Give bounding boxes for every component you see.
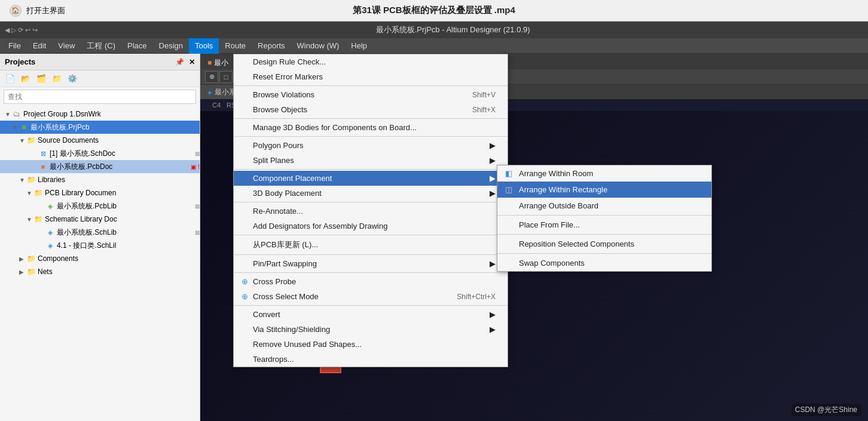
tree-item-pcb-lib[interactable]: ◈ 最小系统板.PcbLib ⊠ [0, 199, 200, 213]
tree-item-pcb-lib-folder[interactable]: ▼ 📁 PCB Library Documen [0, 186, 200, 199]
tree-label-pcb-lib: 最小系统板.PcbLib [57, 201, 192, 211]
submenu-arrange-room[interactable]: ◧ Arrange Within Room [497, 165, 711, 182]
tree-arrow-proj-pcb: ▼ [12, 124, 19, 131]
menu-cross-select[interactable]: ⊕ Cross Select Mode Shift+Ctrl+X [234, 289, 508, 304]
pcb-doc-tab[interactable]: ■ 最小 [200, 56, 236, 69]
tree-arrow-source-docs: ▼ [19, 137, 26, 144]
menu-reset-error[interactable]: Reset Error Markers [234, 69, 508, 84]
menu-add-designators[interactable]: Add Designators for Assembly Drawing [234, 219, 508, 233]
tree-arrow-libraries: ▼ [19, 177, 26, 183]
sep-9 [234, 305, 508, 306]
menu-place[interactable]: Place [121, 38, 153, 54]
pcb-tab-icon: ■ [207, 59, 212, 67]
tree-arrow-nets: ▶ [19, 269, 26, 275]
submenu-reposition-selected[interactable]: Reposition Selected Components [497, 236, 711, 252]
menu-convert[interactable]: Convert ▶ [234, 307, 508, 322]
menu-edit[interactable]: Edit [27, 38, 52, 54]
tree-item-proj-group[interactable]: ▼ 🗂 Project Group 1.DsnWrk [0, 107, 200, 121]
cross-probe-icon: ⊕ [239, 276, 250, 288]
swap-components-label: Swap Components [519, 259, 585, 268]
folder-nets-icon: 📁 [26, 267, 36, 276]
menu-reports[interactable]: Reports [252, 38, 291, 54]
sch-lib-icon: ◈ [45, 228, 55, 237]
reset-error-label: Reset Error Markers [253, 72, 323, 81]
menu-engineering[interactable]: 工程 (C) [81, 38, 121, 54]
main-content: Projects 📌 ✕ 📄 📂 🗂️ 📁 ⚙️ ▼ 🗂 Project Gro… [0, 54, 868, 421]
tree-item-libraries[interactable]: ▼ 📁 Libraries [0, 173, 200, 186]
sep-3 [234, 136, 508, 137]
tree-label-sch-lib2: 4.1 - 接口类.SchLil [57, 241, 200, 251]
tree-item-sch-lib[interactable]: ◈ 最小系统板.SchLib ⊠ [0, 226, 200, 239]
tree-item-pcb-doc[interactable]: ■ 最小系统板.PcbDoc ▣ ! [0, 160, 200, 173]
tree-item-proj-pcb[interactable]: ▼ ■ 最小系统板.PrjPcb [0, 121, 200, 134]
schlib-tab-icon: ◈ [207, 89, 212, 96]
folder-components-icon: 📁 [26, 254, 36, 263]
cross-select-icon: ⊕ [239, 291, 250, 303]
tree-item-sch-doc[interactable]: ⊠ [1] 最小系统.SchDoc ⊠ [0, 147, 200, 160]
menu-route[interactable]: Route [219, 38, 252, 54]
menu-browse-objects[interactable]: Browse Objects Shift+X [234, 102, 508, 117]
pin-icon[interactable]: 📌 [175, 58, 184, 66]
sep-6 [234, 235, 508, 235]
menu-component-placement[interactable]: Component Placement ▶ ◧ Arrange Within R… [234, 171, 508, 186]
submenu-place-from-file[interactable]: Place From File... [497, 217, 711, 233]
submenu-swap-components[interactable]: Swap Components [497, 255, 711, 271]
menu-cross-probe[interactable]: ⊕ Cross Probe [234, 274, 508, 289]
add-folder-icon[interactable]: 📁 [50, 72, 63, 85]
menu-teardrops[interactable]: Teardrops... [234, 352, 508, 367]
sep-1 [234, 85, 508, 86]
menu-split-planes[interactable]: Split Planes ▶ [234, 153, 508, 168]
menu-bar: File Edit View 工程 (C) Place Design Tools… [0, 38, 868, 54]
tree-item-sch-lib-folder[interactable]: ▼ 📁 Schematic Library Doc [0, 213, 200, 226]
menu-view[interactable]: View [52, 38, 81, 54]
sch-doc-icon: ⊠ [38, 149, 48, 158]
home-icon[interactable]: 🏠 [10, 5, 22, 17]
video-title: 第31课 PCB板框的评估及叠层设置 .mp4 [353, 5, 515, 16]
projects-title: Projects [5, 57, 35, 66]
cross-probe-label: Cross Probe [253, 277, 296, 286]
menu-tools[interactable]: Tools [189, 38, 219, 54]
submenu-arrange-rectangle[interactable]: ◫ Arrange Within Rectangle [497, 182, 711, 198]
new-doc-icon[interactable]: 📄 [4, 72, 17, 85]
folder-source-icon: 📁 [26, 136, 36, 145]
menu-design-rule-check[interactable]: Design Rule Check... [234, 54, 508, 69]
folder-icon[interactable]: 🗂️ [35, 72, 48, 85]
tree-item-components[interactable]: ▶ 📁 Components [0, 252, 200, 265]
menu-file[interactable]: File [2, 38, 27, 54]
tree-label-proj-pcb: 最小系统板.PrjPcb [30, 122, 200, 133]
menu-pin-part-swapping[interactable]: Pin/Part Swapping ▶ [234, 256, 508, 271]
menu-re-annotate[interactable]: Re-Annotate... [234, 204, 508, 219]
open-doc-icon[interactable]: 📂 [19, 72, 32, 85]
menu-remove-unused[interactable]: Remove Unused Pad Shapes... [234, 337, 508, 352]
3d-body-arrow: ▶ [472, 189, 496, 198]
search-input[interactable] [4, 90, 196, 104]
menu-help[interactable]: Help [345, 38, 373, 54]
menu-window[interactable]: Window (W) [291, 38, 346, 54]
tree-label-pcb-lib-folder: PCB Library Documen [45, 189, 200, 197]
tree-item-source-docs[interactable]: ▼ 📁 Source Documents [0, 134, 200, 147]
title-bar-text: 打开主界面 [26, 5, 65, 16]
update-from-pcb-label: 从PCB库更新 (L)... [253, 239, 318, 250]
menu-browse-violations[interactable]: Browse Violations Shift+V [234, 87, 508, 102]
settings-icon[interactable]: ⚙️ [66, 72, 79, 85]
canvas-btn-1[interactable]: ⊕ [205, 71, 218, 83]
tree-label-proj-group: Project Group 1.DsnWrk [23, 110, 200, 118]
folder-libraries-icon: 📁 [26, 175, 36, 185]
3d-body-placement-label: 3D Body Placement [253, 189, 322, 198]
tree-item-nets[interactable]: ▶ 📁 Nets [0, 265, 200, 278]
app-bar-title: 最小系统板.PrjPcb - Altium Designer (21.0.9) [42, 24, 863, 35]
submenu-arrange-outside[interactable]: Arrange Outside Board [497, 198, 711, 214]
menu-update-from-pcb[interactable]: 从PCB库更新 (L)... [234, 236, 508, 253]
tree-label-pcb-doc: 最小系统板.PcbDoc [50, 162, 188, 172]
sidebar-toolbar: 📄 📂 🗂️ 📁 ⚙️ [0, 70, 200, 87]
design-rule-check-label: Design Rule Check... [253, 57, 326, 66]
menu-manage-3d[interactable]: Manage 3D Bodies for Components on Board… [234, 120, 508, 135]
menu-via-stitching[interactable]: Via Stitching/Shielding ▶ [234, 322, 508, 337]
sidebar-close-icon[interactable]: ✕ [189, 58, 195, 66]
tree-item-sch-lib2[interactable]: ◈ 4.1 - 接口类.SchLil [0, 239, 200, 252]
menu-design[interactable]: Design [153, 38, 189, 54]
canvas-btn-2[interactable]: □ [219, 71, 233, 83]
menu-3d-body-placement[interactable]: 3D Body Placement ▶ [234, 186, 508, 201]
teardrops-label: Teardrops... [253, 355, 294, 364]
menu-polygon-pours[interactable]: Polygon Pours ▶ [234, 138, 508, 153]
